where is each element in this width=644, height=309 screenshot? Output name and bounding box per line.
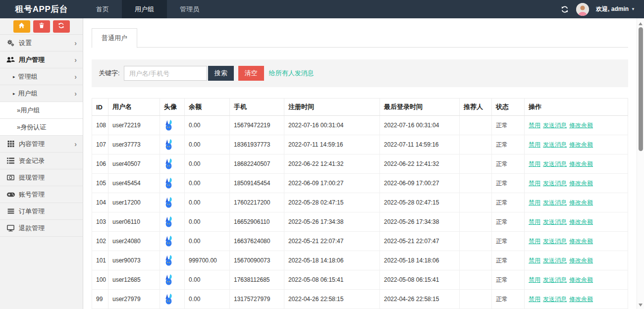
cell-last-login: 2022-05-08 06:15:41 [380, 270, 460, 290]
cell-id: 103 [92, 212, 108, 232]
edit-balance-link[interactable]: 修改余额 [569, 238, 593, 245]
rabbit-avatar-icon [164, 274, 173, 285]
scrollbar-thumb[interactable] [639, 27, 643, 151]
recycle-button[interactable] [53, 20, 70, 33]
sidebar-item-用户组[interactable]: ▸用户组› [0, 85, 83, 102]
column-header-4: 手机 [230, 99, 284, 116]
refresh-icon[interactable] [560, 5, 569, 14]
cell-username: user72219 [108, 116, 160, 135]
disable-link[interactable]: 禁用 [529, 199, 540, 206]
column-header-2: 头像 [160, 99, 185, 116]
disable-link[interactable]: 禁用 [529, 122, 540, 129]
send-message-link[interactable]: 发送消息 [543, 296, 567, 303]
trash-button[interactable] [33, 20, 50, 33]
keyword-input[interactable] [124, 66, 207, 81]
cell-referrer [460, 251, 492, 270]
edit-balance-link[interactable]: 修改余额 [569, 141, 593, 148]
keyword-label: 关键字: [99, 69, 120, 78]
cell-avatar [160, 174, 185, 193]
cell-reg-time: 2022-06-22 12:41:32 [284, 154, 380, 174]
send-message-link[interactable]: 发送消息 [543, 122, 567, 129]
user-avatar[interactable] [576, 3, 589, 16]
nav-item-0[interactable]: 首页 [83, 0, 122, 18]
edit-balance-link[interactable]: 修改余额 [569, 180, 593, 187]
home-button[interactable] [13, 20, 30, 33]
disable-link[interactable]: 禁用 [529, 180, 540, 187]
sidebar-item-提现管理[interactable]: 提现管理 [0, 169, 83, 186]
cell-referrer [460, 270, 492, 290]
edit-balance-link[interactable]: 修改余额 [569, 276, 593, 283]
edit-balance-link[interactable]: 修改余额 [569, 122, 593, 129]
cell-reg-time: 2022-04-26 22:58:15 [284, 290, 380, 309]
edit-balance-link[interactable]: 修改余额 [569, 160, 593, 167]
sidebar-item-用户组[interactable]: »用户组 [0, 102, 83, 119]
sidebar-item-订单管理[interactable]: 订单管理 [0, 203, 83, 220]
edit-balance-link[interactable]: 修改余额 [569, 218, 593, 225]
cell-phone: 15679472219 [230, 116, 284, 135]
cell-balance: 0.00 [185, 135, 230, 154]
disable-link[interactable]: 禁用 [529, 296, 540, 303]
welcome-admin-menu[interactable]: 欢迎, admin ▼ [596, 5, 635, 13]
table-row: 101 user90073 999700.00 15670090073 2022… [92, 251, 628, 270]
cell-last-login: 2022-05-26 17:34:38 [380, 212, 460, 232]
sidebar-item-账号管理[interactable]: 账号管理 [0, 186, 83, 203]
column-header-6: 最后登录时间 [380, 99, 460, 116]
sidebar-item-用户管理[interactable]: 用户管理› [0, 52, 83, 68]
nav-item-1[interactable]: 用户组 [122, 0, 167, 18]
sidebar-item-退款管理[interactable]: 退款管理 [0, 220, 83, 237]
scroll-down-arrow-icon[interactable] [639, 304, 643, 307]
sidebar-item-label: 退款管理 [19, 224, 45, 233]
cell-status: 正常 [492, 135, 525, 154]
sidebar-item-内容管理[interactable]: 内容管理› [0, 136, 83, 153]
cell-status: 正常 [492, 154, 525, 174]
message-all-link[interactable]: 给所有人发消息 [269, 69, 314, 78]
disable-link[interactable]: 禁用 [529, 160, 540, 167]
cell-avatar [160, 270, 185, 290]
disable-link[interactable]: 禁用 [529, 276, 540, 283]
sidebar-item-label: 提现管理 [19, 173, 45, 182]
send-message-link[interactable]: 发送消息 [543, 160, 567, 167]
table-row: 99 user27979 0.00 13175727979 2022-04-26… [92, 290, 628, 309]
sidebar-item-label: 内容管理 [19, 140, 45, 149]
sidebar-item-资金记录[interactable]: 资金记录 [0, 153, 83, 169]
disable-link[interactable]: 禁用 [529, 141, 540, 148]
send-message-link[interactable]: 发送消息 [543, 257, 567, 264]
send-message-link[interactable]: 发送消息 [543, 180, 567, 187]
send-message-link[interactable]: 发送消息 [543, 199, 567, 206]
cell-last-login: 2022-06-22 12:41:32 [380, 154, 460, 174]
cell-phone: 13175727979 [230, 290, 284, 309]
cell-phone: 18682240507 [230, 154, 284, 174]
sidebar-item-设置[interactable]: 设置› [0, 35, 83, 52]
app-title: 租号APP后台 [0, 0, 83, 18]
cell-balance: 0.00 [185, 116, 230, 135]
edit-balance-link[interactable]: 修改余额 [569, 257, 593, 264]
edit-balance-link[interactable]: 修改余额 [569, 296, 593, 303]
send-message-link[interactable]: 发送消息 [543, 218, 567, 225]
send-message-link[interactable]: 发送消息 [543, 238, 567, 245]
cell-avatar [160, 232, 185, 251]
column-header-7: 推荐人 [460, 99, 492, 116]
search-button[interactable]: 搜索 [208, 66, 234, 81]
disable-link[interactable]: 禁用 [529, 238, 540, 245]
disable-link[interactable]: 禁用 [529, 218, 540, 225]
disable-link[interactable]: 禁用 [529, 257, 540, 264]
sidebar-item-label: 资金记录 [19, 156, 45, 165]
send-message-link[interactable]: 发送消息 [543, 141, 567, 148]
caret-right-icon: ▸ [13, 91, 15, 96]
tab-normal-users[interactable]: 普通用户 [92, 28, 137, 48]
users-icon [6, 56, 15, 63]
scroll-up-arrow-icon[interactable] [639, 22, 643, 25]
top-navbar: 租号APP后台 首页用户组管理员 欢迎, admin ▼ [0, 0, 644, 18]
clear-button[interactable]: 清空 [238, 66, 264, 81]
cell-actions: 禁用发送消息修改余额 [525, 174, 628, 193]
sidebar-item-label: 管理组 [18, 72, 38, 81]
table-row: 102 user24080 0.00 16637624080 2022-05-2… [92, 232, 628, 251]
column-header-9: 操作 [525, 99, 628, 116]
cell-id: 99 [92, 290, 108, 309]
vertical-scrollbar[interactable] [637, 18, 644, 309]
sidebar-item-管理组[interactable]: ▸管理组› [0, 68, 83, 85]
edit-balance-link[interactable]: 修改余额 [569, 199, 593, 206]
send-message-link[interactable]: 发送消息 [543, 276, 567, 283]
sidebar-item-身份认证[interactable]: »身份认证 [0, 119, 83, 136]
nav-item-2[interactable]: 管理员 [167, 0, 212, 18]
